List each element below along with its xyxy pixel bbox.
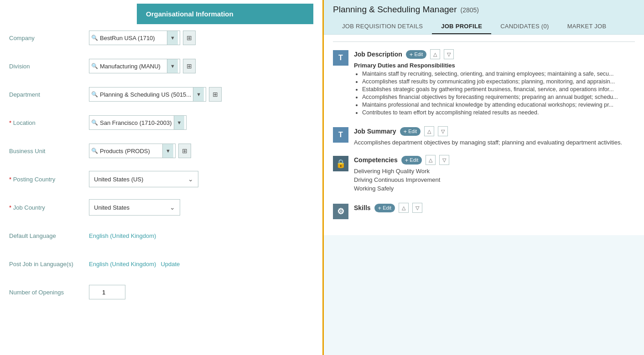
company-label: Company <box>9 35 89 41</box>
posting-country-label: Posting Country <box>9 176 89 183</box>
location-row: Location 🔍 San Francisco (1710-2003) ▼ <box>9 113 313 132</box>
competencies-down-arrow[interactable]: ▽ <box>439 155 449 165</box>
posting-country-controls: United States (US) ⌄ <box>89 171 313 187</box>
right-header: Planning & Scheduling Manager (2805) JOB… <box>324 0 644 35</box>
company-controls: 🔍 BestRun USA (1710) ▼ ⊞ <box>89 31 313 45</box>
tab-job-requisition-details[interactable]: JOB REQUISITION DETAILS <box>333 19 432 34</box>
business-unit-dropdown-arrow[interactable]: ▼ <box>162 144 173 158</box>
update-link[interactable]: Update <box>161 261 180 268</box>
search-icon: 🔍 <box>91 63 98 69</box>
bullet-item: Maintains staff by recruiting, selecting… <box>362 71 635 77</box>
search-icon: 🔍 <box>91 35 98 41</box>
post-job-languages-row: Post Job in Language(s) English (United … <box>9 255 313 273</box>
job-description-title: Job Description <box>354 51 402 58</box>
department-controls: 🔍 Planning & Scheduling US (5015... ▼ ⊞ <box>89 87 313 102</box>
competencies-section: 🔒 Competencies Edit △ ▽ Delivering High … <box>333 155 635 194</box>
job-description-down-arrow[interactable]: ▽ <box>444 49 454 59</box>
job-summary-down-arrow[interactable]: ▽ <box>438 126 448 136</box>
job-description-bullets: Maintains staff by recruiting, selecting… <box>362 71 635 116</box>
bullet-item: Maintains professional and technical kno… <box>362 102 635 108</box>
tab-job-profile[interactable]: JOB PROFILE <box>432 19 491 34</box>
job-description-section: T Job Description Edit △ ▽ Primary Dutie… <box>333 49 635 117</box>
job-summary-edit-btn[interactable]: Edit <box>400 127 421 136</box>
job-country-select[interactable]: United States ⌄ <box>89 199 180 216</box>
business-unit-dropdown[interactable]: 🔍 Products (PRODS) ▼ <box>89 144 176 158</box>
number-openings-input[interactable] <box>89 285 125 299</box>
job-summary-title-row: Job Summary Edit △ ▽ <box>354 126 635 136</box>
department-grid-icon[interactable]: ⊞ <box>209 87 222 102</box>
bullet-item: Establishes strategic goals by gathering… <box>362 86 635 93</box>
right-panel: Planning & Scheduling Manager (2805) JOB… <box>324 0 644 355</box>
location-label: Location <box>9 119 89 126</box>
post-job-language-link[interactable]: English (United Kingdom) <box>89 261 156 268</box>
posting-country-select[interactable]: United States (US) ⌄ <box>89 171 198 187</box>
posting-country-value: United States (US) <box>94 176 143 183</box>
default-language-link[interactable]: English (United Kingdom) <box>89 232 156 239</box>
bullet-item: Accomplishes financial objectives by for… <box>362 94 635 100</box>
skills-section: ⚙ Skills Edit △ ▽ <box>333 203 635 219</box>
job-country-controls: United States ⌄ <box>89 199 313 216</box>
job-description-title-row: Job Description Edit △ ▽ <box>354 49 635 59</box>
job-summary-body: Job Summary Edit △ ▽ Accomplishes depart… <box>354 126 635 146</box>
posting-country-caret: ⌄ <box>188 175 193 183</box>
job-summary-icon: T <box>333 127 348 143</box>
job-description-up-arrow[interactable]: △ <box>430 49 440 59</box>
business-unit-label: Business Unit <box>9 148 89 154</box>
competency-item: Driving Continuous Improvement <box>354 176 635 183</box>
job-description-icon: T <box>333 50 348 66</box>
number-openings-controls <box>89 285 313 299</box>
business-unit-controls: 🔍 Products (PRODS) ▼ ⊞ <box>89 144 313 158</box>
tabs-row: JOB REQUISITION DETAILS JOB PROFILE CAND… <box>333 19 635 34</box>
default-language-controls: English (United Kingdom) <box>89 232 313 239</box>
job-country-row: Job Country United States ⌄ <box>9 198 313 216</box>
skills-down-arrow[interactable]: ▽ <box>412 203 422 213</box>
competencies-body: Competencies Edit △ ▽ Delivering High Qu… <box>354 155 635 194</box>
post-job-languages-controls: English (United Kingdom) Update <box>89 261 313 268</box>
job-description-content: Primary Duties and Responsibilities Main… <box>354 62 635 116</box>
org-info-title: Organisational Information <box>146 10 234 18</box>
posting-country-row: Posting Country United States (US) ⌄ <box>9 170 313 188</box>
post-job-languages-label: Post Job in Language(s) <box>9 261 89 268</box>
business-unit-grid-icon[interactable]: ⊞ <box>178 144 191 158</box>
company-dropdown-arrow[interactable]: ▼ <box>167 31 178 45</box>
company-grid-icon[interactable]: ⊞ <box>183 31 196 45</box>
tab-candidates[interactable]: CANDIDATES (0) <box>491 19 558 34</box>
department-dropdown[interactable]: 🔍 Planning & Scheduling US (5015... ▼ <box>89 87 206 102</box>
competencies-title: Competencies <box>354 156 398 164</box>
competency-item: Delivering High Quality Work <box>354 168 635 175</box>
search-icon: 🔍 <box>91 91 98 98</box>
department-dropdown-arrow[interactable]: ▼ <box>193 87 204 101</box>
location-controls: 🔍 San Francisco (1710-2003) ▼ <box>89 115 313 130</box>
location-dropdown-arrow[interactable]: ▼ <box>174 116 185 129</box>
skills-edit-btn[interactable]: Edit <box>374 204 395 212</box>
skills-body: Skills Edit △ ▽ <box>354 203 635 216</box>
department-value: Planning & Scheduling US (5015... <box>100 91 191 98</box>
competency-item: Working Safely <box>354 185 635 192</box>
competencies-up-arrow[interactable]: △ <box>426 155 436 165</box>
division-row: Division 🔍 Manufacturing (MANU) ▼ ⊞ <box>9 57 313 75</box>
job-country-value: United States <box>94 204 130 211</box>
division-dropdown[interactable]: 🔍 Manufacturing (MANU) ▼ <box>89 59 180 73</box>
division-controls: 🔍 Manufacturing (MANU) ▼ ⊞ <box>89 59 313 73</box>
company-row: Company 🔍 BestRun USA (1710) ▼ ⊞ <box>9 29 313 47</box>
default-language-row: Default Language English (United Kingdom… <box>9 226 313 245</box>
bullet-item: Accomplishes staff results by communicat… <box>362 78 635 85</box>
bullet-item: Contributes to team effort by accomplish… <box>362 109 635 116</box>
division-grid-icon[interactable]: ⊞ <box>183 59 196 73</box>
location-value: San Francisco (1710-2003) <box>100 119 172 126</box>
search-icon: 🔍 <box>91 148 98 154</box>
skills-up-arrow[interactable]: △ <box>399 203 409 213</box>
division-dropdown-arrow[interactable]: ▼ <box>167 59 178 73</box>
job-description-edit-btn[interactable]: Edit <box>406 50 427 59</box>
competencies-edit-btn[interactable]: Edit <box>401 156 422 165</box>
form-section: Company 🔍 BestRun USA (1710) ▼ ⊞ Divisio… <box>0 29 322 301</box>
location-dropdown[interactable]: 🔍 San Francisco (1710-2003) ▼ <box>89 115 187 130</box>
company-dropdown[interactable]: 🔍 BestRun USA (1710) ▼ <box>89 31 180 45</box>
job-summary-title: Job Summary <box>354 128 396 135</box>
job-summary-up-arrow[interactable]: △ <box>424 126 434 136</box>
job-description-body: Job Description Edit △ ▽ Primary Duties … <box>354 49 635 117</box>
number-openings-row: Number of Openings <box>9 283 313 301</box>
business-unit-value: Products (PRODS) <box>100 148 161 154</box>
tab-market-job[interactable]: MARKET JOB <box>558 19 616 34</box>
number-openings-label: Number of Openings <box>9 289 89 296</box>
